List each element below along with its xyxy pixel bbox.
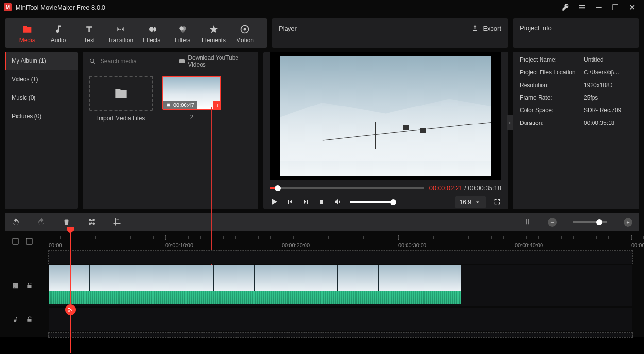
svg-rect-8 — [26, 238, 32, 244]
tab-transition[interactable]: Transition — [105, 23, 136, 44]
import-media-tile[interactable]: Import Media Files — [89, 76, 153, 204]
time-current: 00:00:02:21 — [429, 184, 463, 192]
split-handle[interactable] — [65, 304, 76, 315]
minimize-icon[interactable]: ─ — [591, 0, 607, 15]
media-pane: Download YouTube Videos Import Media Fil… — [83, 52, 258, 209]
svg-rect-7 — [13, 238, 18, 244]
player-panel: 00:00:02:21 / 00:00:35:18 16:9 — [263, 52, 508, 209]
prev-frame-button[interactable] — [287, 198, 294, 207]
fullscreen-button[interactable] — [493, 198, 501, 207]
audio-track-icon — [12, 316, 19, 323]
close-icon[interactable]: ✕ — [624, 0, 640, 15]
svg-point-2 — [181, 28, 185, 32]
media-sidebar: My Album (1) Videos (1) Music (0) Pictur… — [5, 52, 78, 209]
player-header: Player Export — [272, 18, 508, 48]
titlebar: M MiniTool MovieMaker Free 8.0.0 ─ ☐ ✕ — [0, 0, 644, 15]
volume-slider[interactable] — [350, 201, 393, 203]
video-track-icon — [12, 282, 19, 290]
collapse-info-button[interactable]: › — [507, 115, 513, 130]
tab-audio[interactable]: Audio — [43, 23, 74, 44]
delete-button[interactable] — [62, 217, 71, 228]
sidebar-item-pictures[interactable]: Pictures (0) — [5, 107, 78, 125]
video-viewport[interactable] — [270, 52, 501, 180]
folder-icon — [114, 87, 128, 100]
export-button[interactable]: Export — [471, 24, 501, 32]
key-icon[interactable] — [558, 0, 574, 15]
search-icon — [89, 58, 96, 65]
timeline-clip[interactable]: 2 — [49, 266, 461, 304]
tab-effects[interactable]: Effects — [136, 23, 167, 44]
player-title: Player — [279, 25, 297, 32]
time-ruler[interactable]: 00:00 00:00:10:00 00:00:20:00 00:00:30:0… — [49, 235, 632, 250]
tab-media[interactable]: Media — [12, 23, 43, 44]
volume-icon[interactable] — [333, 197, 342, 208]
sidebar-item-music[interactable]: Music (0) — [5, 88, 78, 107]
unlock-icon[interactable] — [26, 316, 33, 323]
film-icon — [166, 103, 171, 107]
crop-button[interactable] — [113, 217, 121, 228]
maximize-icon[interactable]: ☐ — [607, 0, 624, 15]
snap-button[interactable] — [524, 218, 531, 227]
sidebar-item-videos[interactable]: Videos (1) — [5, 70, 78, 88]
add-clip-button[interactable]: + — [213, 101, 221, 110]
tab-filters[interactable]: Filters — [167, 23, 198, 44]
svg-rect-5 — [179, 59, 185, 63]
app-title: MiniTool MovieMaker Free 8.0.0 — [16, 4, 105, 11]
search-input[interactable] — [101, 58, 173, 65]
split-button[interactable] — [87, 217, 96, 228]
project-info-header: Project Info — [513, 18, 639, 48]
tab-motion[interactable]: Motion — [229, 23, 260, 44]
svg-rect-6 — [320, 200, 323, 204]
playhead[interactable] — [70, 231, 71, 353]
media-clip[interactable]: 00:00:47 + 2 — [162, 76, 221, 204]
timeline-toolbar: − + — [5, 213, 639, 231]
zoom-slider[interactable] — [573, 221, 607, 223]
redo-button[interactable] — [37, 217, 46, 228]
project-info-panel: › Project Name:Untitled Project Files Lo… — [513, 52, 639, 209]
svg-point-4 — [244, 28, 246, 31]
tab-text[interactable]: Text — [74, 23, 105, 44]
aspect-ratio-select[interactable]: 16:9 — [455, 196, 486, 208]
scrub-bar[interactable] — [270, 187, 424, 189]
menu-icon[interactable] — [574, 0, 591, 15]
play-button[interactable] — [270, 197, 279, 208]
unlock-icon[interactable] — [26, 283, 33, 289]
remove-track-button[interactable] — [25, 237, 33, 246]
tab-elements[interactable]: Elements — [198, 23, 229, 44]
next-frame-button[interactable] — [302, 198, 310, 207]
undo-button[interactable] — [12, 217, 20, 228]
zoom-in-button[interactable]: + — [624, 218, 632, 227]
chevron-down-icon — [475, 199, 481, 205]
zoom-out-button[interactable]: − — [548, 218, 557, 227]
stop-button[interactable] — [318, 198, 325, 207]
info-title: Project Info — [520, 24, 552, 32]
download-youtube-link[interactable]: Download YouTube Videos — [178, 54, 252, 68]
sidebar-item-album[interactable]: My Album (1) — [5, 52, 78, 70]
time-total: 00:00:35:18 — [468, 184, 501, 192]
add-track-button[interactable] — [12, 237, 19, 246]
category-tabs: Media Audio Text Transition Effects Filt… — [5, 18, 267, 48]
timeline: − + 00:00 00:00:10:00 00:00:20:00 00:00:… — [0, 213, 644, 337]
app-logo: M — [4, 3, 12, 11]
